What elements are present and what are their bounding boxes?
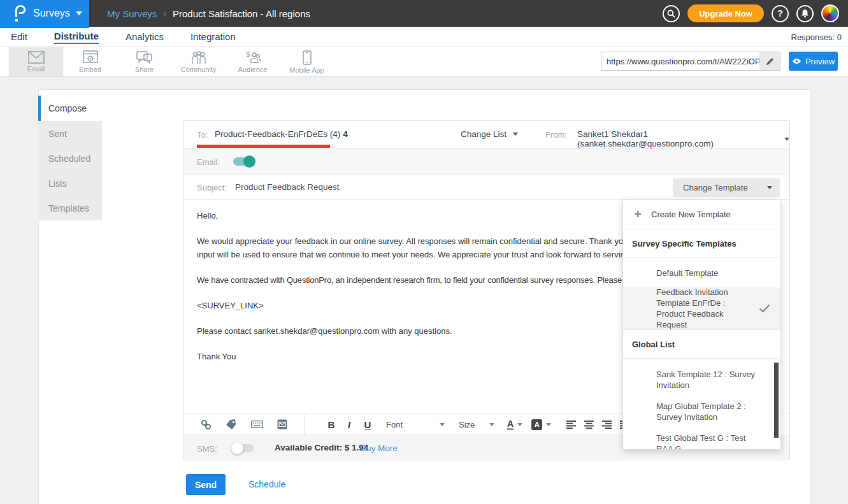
to-list-value[interactable]: Product-Feedback-EnFrDeEs (4)4	[215, 129, 348, 139]
sidebar-item-templates[interactable]: Templates	[38, 196, 102, 220]
sms-toggle[interactable]	[233, 444, 254, 452]
insert-merge-tag-button[interactable]	[226, 419, 237, 429]
to-row: To: Product-Feedback-EnFrDeEs (4)4 Chang…	[184, 121, 789, 148]
email-toggle[interactable]	[233, 157, 254, 166]
schedule-link[interactable]: Schedule	[248, 479, 285, 489]
notifications-button[interactable]	[796, 5, 814, 22]
chevron-down-icon	[489, 423, 494, 426]
preview-button[interactable]: Preview	[789, 52, 838, 71]
link-icon	[201, 419, 212, 430]
tab-distribute[interactable]: Distribute	[54, 31, 99, 44]
keyboard-shortcuts-button[interactable]	[251, 421, 263, 428]
to-recipient-count: 4	[343, 129, 348, 139]
create-new-template-label: Create New Template	[651, 210, 731, 219]
menu-item-sank-template-12[interactable]: Sank Template 12 : Survey Invitation	[656, 369, 758, 391]
subject-input[interactable]: Product Feedback Request	[235, 182, 340, 192]
menu-item-default-template[interactable]: Default Template	[623, 258, 780, 287]
channel-tab-audience[interactable]: $ Audience	[226, 47, 280, 76]
sidebar-item-lists[interactable]: Lists	[38, 171, 102, 196]
top-bar: Surveys My Surveys › Product Satisfactio…	[0, 0, 848, 27]
help-icon: ?	[777, 8, 783, 18]
subject-row: Subject: Product Feedback Request Change…	[184, 175, 789, 200]
mobile-app-icon	[303, 50, 312, 65]
survey-nav-items: Edit Distribute Analytics Integration	[11, 27, 236, 47]
breadcrumb-current-survey: Product Satisfaction - All regions	[173, 8, 310, 19]
chevron-down-icon	[767, 186, 772, 189]
email-toggle-label: Email:	[197, 157, 220, 167]
svg-text:$: $	[246, 50, 250, 58]
survey-url-field[interactable]: https://www.questionpro.com/t/AW22ZiOP	[601, 52, 780, 71]
bold-button[interactable]: B	[322, 419, 340, 430]
questionpro-logo-icon	[13, 4, 27, 22]
breadcrumb: My Surveys › Product Satisfaction - All …	[107, 0, 310, 27]
menu-scrollbar[interactable]	[774, 363, 779, 438]
channel-tab-community[interactable]: Community	[171, 47, 226, 76]
change-list-dropdown[interactable]: Change List	[461, 129, 518, 139]
background-color-button[interactable]: A	[531, 419, 542, 430]
top-bar-actions: Upgrade Now ?	[663, 0, 839, 27]
from-dropdown[interactable]: Sanket1 Shekdar1 (sanket.shekdar@questio…	[577, 129, 789, 148]
help-button[interactable]: ?	[772, 5, 789, 22]
breadcrumb-my-surveys[interactable]: My Surveys	[107, 8, 157, 19]
change-template-label: Change Template	[683, 183, 748, 192]
available-credit: Available Credit: $ 1.94	[275, 443, 368, 452]
tab-integration[interactable]: Integration	[190, 31, 236, 43]
align-left-button[interactable]	[566, 421, 576, 429]
sidebar-item-compose[interactable]: Compose	[38, 96, 102, 121]
to-red-underline	[197, 145, 330, 148]
search-button[interactable]	[663, 5, 680, 22]
user-avatar[interactable]	[821, 4, 839, 22]
italic-button[interactable]: I	[340, 419, 358, 430]
font-size-select[interactable]: Size	[459, 420, 494, 429]
global-template-list: Sank Template 12 : Survey Invitation Map…	[623, 359, 780, 450]
align-center-button[interactable]	[584, 421, 594, 429]
channel-tab-embed[interactable]: Embed	[63, 47, 117, 76]
sms-toggle-label: SMS:	[197, 444, 217, 454]
buy-more-link[interactable]: Buy More	[361, 443, 398, 453]
chevron-down-icon	[440, 423, 445, 426]
text-color-button[interactable]: A	[507, 419, 514, 430]
editor-insert-group	[184, 414, 305, 435]
chevron-down-icon	[513, 133, 518, 136]
change-template-menu: + Create New Template Survey Specific Te…	[622, 199, 781, 450]
share-icon	[136, 51, 152, 64]
upgrade-now-button[interactable]: Upgrade Now	[687, 4, 764, 22]
edit-url-button[interactable]	[759, 52, 780, 70]
channel-tab-label: Email	[27, 65, 45, 73]
channel-tabs: Email Embed Share Community $ Audience M…	[9, 47, 334, 76]
keyboard-icon	[251, 421, 263, 428]
tag-icon	[226, 419, 237, 429]
underline-button[interactable]: U	[358, 419, 377, 430]
insert-email-template-button[interactable]	[277, 419, 287, 429]
font-family-select[interactable]: Font	[386, 420, 445, 429]
sidebar-item-scheduled[interactable]: Scheduled	[38, 146, 102, 171]
tab-edit[interactable]: Edit	[11, 31, 27, 43]
bell-icon	[801, 9, 809, 18]
responses-count[interactable]: Responses: 0	[791, 27, 842, 47]
menu-item-feedback-invitation-template[interactable]: Feedback Invitation Template EnFrDe : Pr…	[623, 287, 780, 330]
insert-link-button[interactable]	[201, 419, 212, 430]
align-right-icon	[602, 421, 612, 429]
menu-item-test-global-test-g[interactable]: Test Global Test G : Test RAA G	[656, 433, 758, 450]
change-template-button[interactable]: Change Template	[673, 178, 780, 197]
align-left-icon	[566, 421, 576, 429]
channel-tab-label: Mobile App	[289, 66, 324, 74]
menu-item-map-global-template-2[interactable]: Map Global Template 2 : Survey Invitatio…	[656, 401, 758, 422]
survey-url-value[interactable]: https://www.questionpro.com/t/AW22ZiOP	[601, 57, 759, 66]
channel-tab-email[interactable]: Email	[9, 47, 63, 76]
email-toggle-row: Email:	[184, 148, 789, 175]
menu-item-create-new-template[interactable]: + Create New Template	[623, 200, 780, 229]
product-switcher[interactable]: Surveys	[0, 0, 89, 27]
toggle-knob	[231, 442, 243, 454]
sidebar-item-sent[interactable]: Sent	[38, 121, 102, 146]
change-list-label: Change List	[461, 129, 507, 139]
email-icon	[28, 51, 45, 64]
channel-tab-mobile-app[interactable]: Mobile App	[280, 47, 334, 76]
send-button[interactable]: Send	[186, 474, 226, 495]
channel-tab-share[interactable]: Share	[117, 47, 171, 76]
align-right-button[interactable]	[602, 421, 612, 429]
tab-analytics[interactable]: Analytics	[126, 31, 164, 43]
selected-template-label: Feedback Invitation Template EnFrDe : Pr…	[656, 287, 753, 330]
channel-tab-label: Community	[181, 66, 217, 73]
chevron-down-icon	[76, 11, 82, 15]
